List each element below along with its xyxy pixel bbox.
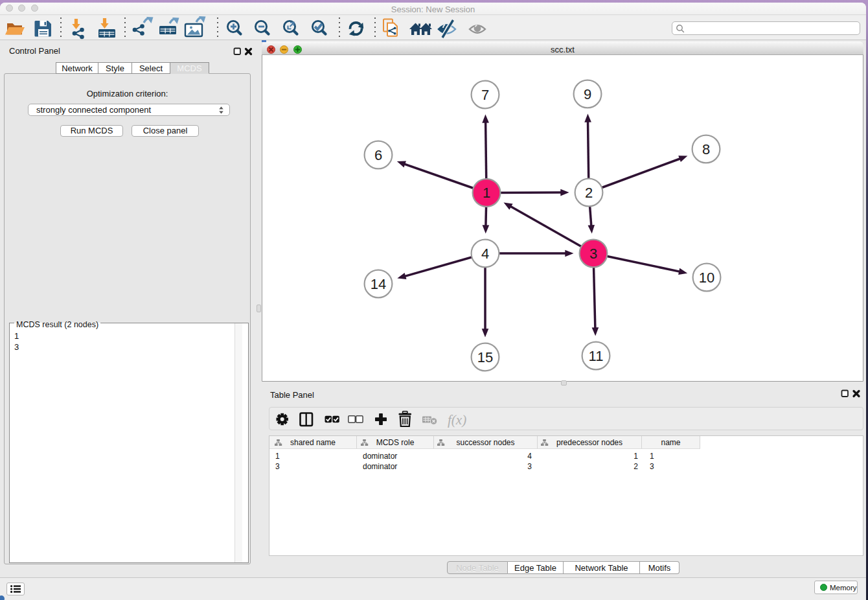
svg-text:10: 10 [699,270,714,286]
svg-text:4: 4 [481,246,489,262]
svg-text:11: 11 [589,348,604,364]
svg-text:8: 8 [702,141,710,157]
svg-text:f(x): f(x) [448,412,466,428]
svg-text:14: 14 [371,276,386,292]
svg-text:1: 1 [483,185,490,201]
svg-text:2: 2 [585,185,593,201]
svg-text:6: 6 [374,147,382,163]
svg-text:9: 9 [584,86,591,102]
svg-text:3: 3 [589,246,597,262]
svg-text:15: 15 [477,349,493,365]
svg-text:7: 7 [481,87,489,103]
